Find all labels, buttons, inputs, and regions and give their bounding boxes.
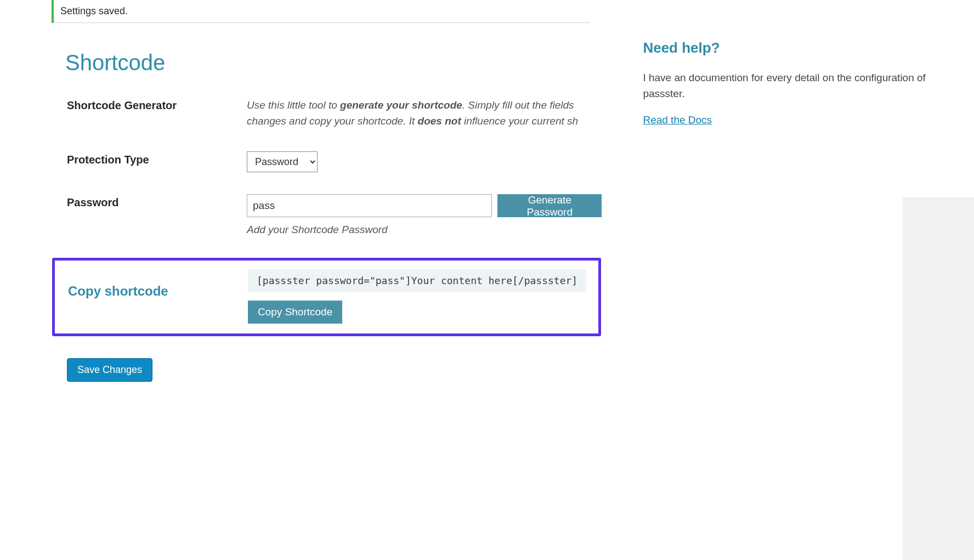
row-protection-type: Protection Type Password — [52, 151, 602, 172]
label-copy-shortcode: Copy shortcode — [68, 284, 168, 298]
sidebar-text: I have an documention for every detail o… — [643, 70, 941, 102]
settings-saved-notice: Settings saved. — [52, 0, 590, 23]
sidebar-heading: Need help? — [643, 39, 941, 56]
shortcode-output: [passster password="pass"]Your content h… — [248, 269, 586, 292]
copy-shortcode-button[interactable]: Copy Shortcode — [248, 301, 342, 324]
row-shortcode-generator: Shortcode Generator Use this little tool… — [52, 97, 602, 129]
shortcode-generator-description: Use this little tool to generate your sh… — [247, 97, 602, 129]
label-password: Password — [67, 196, 118, 208]
label-protection-type: Protection Type — [67, 154, 149, 166]
protection-type-select[interactable]: Password — [247, 151, 318, 172]
password-input[interactable] — [247, 194, 492, 217]
label-shortcode-generator: Shortcode Generator — [67, 99, 177, 111]
read-docs-link[interactable]: Read the Docs — [643, 114, 712, 126]
copy-shortcode-box: Copy shortcode [passster password="pass"… — [52, 258, 601, 336]
save-changes-button[interactable]: Save Changes — [67, 358, 152, 382]
right-gutter — [903, 197, 974, 404]
row-password: Password Generate Password Add your Shor… — [52, 194, 602, 236]
page-title: Shortcode — [65, 50, 602, 75]
password-help-text: Add your Shortcode Password — [247, 224, 602, 236]
notice-message: Settings saved. — [60, 5, 128, 16]
generate-password-button[interactable]: Generate Password — [497, 194, 602, 217]
